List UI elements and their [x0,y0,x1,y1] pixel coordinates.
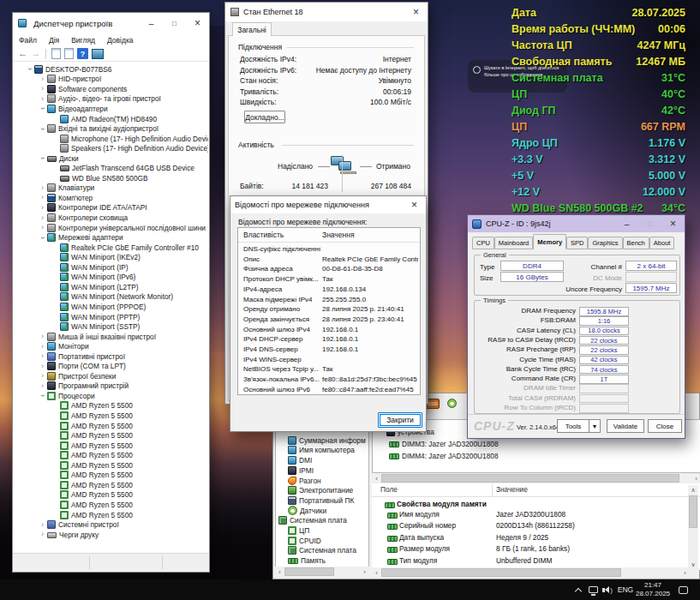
details-row[interactable]: IPv4-адреса192.168.0.134 [243,285,418,295]
scroll-right-icon[interactable]: › [691,473,700,483]
menu-item[interactable]: Файл [13,36,43,45]
tree-item[interactable]: WAN Miniport (SSTP) [13,321,208,332]
sidebar-item[interactable]: CPUID [276,536,368,546]
details-button[interactable]: Докладно... [244,111,285,123]
tree-item[interactable]: ›Пристрої безпеки [13,371,208,381]
tree-item[interactable]: AMD Ryzen 5 5500 [13,471,208,481]
sidebar-item[interactable]: Системная плата [276,516,368,526]
tree-item[interactable]: ›Системні пристрої [13,519,208,530]
tree-item[interactable]: ›Контролери сховища [13,213,208,223]
tab-general[interactable]: Загальні [232,22,272,36]
details-row[interactable]: IPv4 DHCP-сервер192.168.0.1 [243,335,418,345]
tab-about[interactable]: About [649,237,675,249]
sidebar-item[interactable]: Суммарная информ [276,435,368,446]
tree-item[interactable]: ›Аудіо-, відео- та ігрові пристрої [13,94,208,105]
tree-item[interactable]: Microphone (17- High Definition Audio De… [13,134,208,144]
scroll-left-icon[interactable]: ‹ [372,567,381,578]
tree-item[interactable]: WD Blue SN580 500GB [13,173,208,183]
properties-page-icon[interactable] [64,48,74,59]
tools-button[interactable]: Tools [557,419,589,433]
tree-item[interactable]: ›Вхідні та вихідні аудіопристрої [13,123,208,134]
titlebar[interactable]: Відомості про мережеве підключення [230,196,426,213]
tree-item[interactable]: Speakers (17- High Definition Audio Devi… [13,143,208,153]
tree-item[interactable]: Realtek PCIe GbE Family Controller #10 [13,243,208,253]
tree-item[interactable]: ›Відеоадаптери [13,104,208,114]
tree-item[interactable]: JetFlash Transcend 64GB USB Device [13,164,208,174]
sidebar-item[interactable]: ЦП [276,525,368,536]
taskbar[interactable]: ) ENG 21:47 28.07.2025 [0,579,700,600]
tab-mainboard[interactable]: Mainboard [494,237,533,249]
tab-bench[interactable]: Bench [623,237,649,249]
titlebar[interactable]: Стан Ethernet 18 [225,3,428,21]
details-row[interactable]: Оренда закінчується28 липня 2025 р. 23:4… [243,315,418,325]
sidebar-item[interactable]: Разгон [276,476,368,486]
back-arrow-icon[interactable]: ← [18,49,27,58]
sidebar-item[interactable]: Электропитание [276,486,368,496]
sensors-toolbar-icon[interactable] [447,399,457,408]
language-indicator[interactable]: ENG [615,579,636,600]
details-row[interactable]: ОписRealtek PCIe GbE Family Controller #… [243,255,418,265]
tab-memory[interactable]: Memory [533,234,566,249]
details-row[interactable]: Маска підмережі IPv4255.255.255.0 [243,296,418,305]
sidebar-item[interactable]: Портативный ПК [276,495,368,506]
tree-item[interactable]: ›Монітори [13,341,208,351]
scroll-right-icon[interactable]: › [360,567,369,577]
tree-item[interactable]: AMD Ryzen 5 5500 [13,450,208,460]
close-icon[interactable] [404,3,428,21]
titlebar[interactable]: CPU-Z - ID : 9js42j [468,215,685,232]
scroll-left-icon[interactable]: ‹ [372,473,381,483]
scroll-left-icon[interactable]: ‹ [275,567,284,577]
tree-item[interactable]: ›Клавіатури [13,183,208,194]
tree-item[interactable]: ›Портативні пристрої [13,351,208,362]
column-header-field[interactable]: Поле [380,485,398,494]
details-row[interactable]: IPv4 WINS-сервер [243,356,418,365]
tree-item[interactable]: ›HID-пристрої [13,75,208,85]
tab-spd[interactable]: SPD [566,237,588,249]
tree-item[interactable]: ›Мережеві адаптери [13,232,208,243]
memory-property-row[interactable]: Серийный номер0200D134h (886112258) [372,521,689,532]
tree-item[interactable]: AMD Ryzen 5 5500 [13,421,208,431]
tree-item[interactable]: AMD Ryzen 5 5500 [13,460,208,471]
tree-item[interactable]: ›Контролери IDE ATA/ATAPI [13,203,208,213]
column-header-value[interactable]: Значення [322,231,355,239]
memory-property-row[interactable]: Имя модуляJazer JAD3200U1808 [372,510,689,521]
tree-item[interactable]: ›Диски [13,153,208,164]
memory-property-row[interactable]: Тип модуляUnbuffered DIMM [372,556,689,567]
tree-item[interactable]: ›Контролери універсальної послідовної ши… [13,223,208,233]
help-icon[interactable] [77,48,88,59]
close-icon[interactable] [661,215,685,232]
tree-item[interactable]: AMD Ryzen 5 5500 [13,490,208,501]
memory-property-row[interactable]: Размер модуля8 ГБ (1 rank, 16 banks) [372,544,689,555]
tree-item[interactable]: ›Черги друку [13,530,208,540]
taskbar-clock[interactable]: 21:47 28.07.2025 [636,579,670,600]
minimize-icon[interactable] [140,13,163,33]
scrollbar-thumb[interactable] [381,568,621,577]
details-row[interactable]: Фізична адреса00-D8-61-D8-35-D8 [243,265,418,274]
details-row[interactable]: Протокол DHCP увімк...Так [243,275,418,285]
page-icon[interactable] [51,48,61,59]
tab-graphics[interactable]: Graphics [588,237,622,249]
tree-item[interactable]: AMD Ryzen 5 5500 [13,411,208,421]
close-icon[interactable] [186,13,209,33]
dimm-item[interactable]: DIMM4: Jazer JAD3200U1808 [373,451,700,461]
forward-arrow-icon[interactable]: → [31,49,40,58]
tree-item[interactable]: AMD Ryzen 5 5500 [13,510,208,520]
memory-property-row[interactable]: Дата выпускаНеделя 9 / 2025 [372,533,689,544]
scrollbar-thumb[interactable] [381,474,679,483]
tree-item[interactable]: ›DESKTOP-B077BS6 [13,64,208,75]
details-row[interactable]: Зв'язок-локальна IPv6...fe80::8a1d:25d7:… [243,375,418,385]
tree-item[interactable]: AMD Ryzen 5 5500 [13,430,208,441]
tab-cpu[interactable]: CPU [472,237,494,249]
dimm-item[interactable]: DIMM3: Jazer JAD3200U1808 [373,439,700,449]
details-row[interactable]: IPv4 DNS-сервер192.168.0.1 [243,345,418,355]
tree-item[interactable]: WAN Miniport (PPTP) [13,312,208,322]
tree-item[interactable]: AMD Ryzen 5 5500 [13,401,208,411]
tree-item[interactable]: AMD Ryzen 5 5500 [13,441,208,451]
table-horizontal-scrollbar[interactable]: ‹ › [372,567,690,578]
tree-item[interactable]: WAN Miniport (IKEv2) [13,252,208,262]
sidebar-item[interactable]: DMI [276,455,368,465]
tree-item[interactable]: ›Миша й інші вказівні пристрої [13,332,208,342]
details-row[interactable]: NetBIOS через Tcpip у...Так [243,365,418,375]
column-header-property[interactable]: Властивість [243,231,284,239]
tree-item[interactable]: WAN Miniport (PPPOE) [13,302,208,312]
